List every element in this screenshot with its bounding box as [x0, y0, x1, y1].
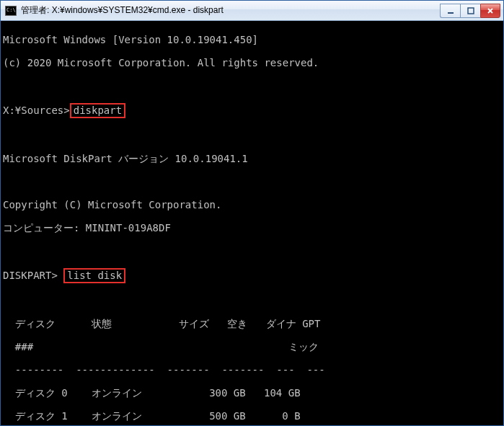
output-line: (c) 2020 Microsoft Corporation. All righ… — [3, 57, 501, 68]
svg-rect-0 — [448, 12, 454, 14]
prompt: X:¥Sources> — [3, 105, 70, 116]
cmd-icon — [5, 6, 17, 16]
titlebar[interactable]: 管理者: X:¥windows¥SYSTEM32¥cmd.exe - diskp… — [1, 1, 503, 21]
table-row: ディスク 1 オンライン 500 GB 0 B — [3, 410, 501, 422]
table-header: ### ミック — [3, 341, 501, 352]
cmd-highlight-diskpart: diskpart — [70, 103, 125, 118]
window-title: 管理者: X:¥windows¥SYSTEM32¥cmd.exe - diskp… — [21, 4, 440, 17]
output-line: Copyright (C) Microsoft Corporation. — [3, 199, 501, 210]
cmd-window: 管理者: X:¥windows¥SYSTEM32¥cmd.exe - diskp… — [0, 0, 504, 426]
output-line: Microsoft DiskPart バージョン 10.0.19041.1 — [3, 153, 501, 164]
output-line: Microsoft Windows [Version 10.0.19041.45… — [3, 34, 501, 45]
window-buttons — [440, 4, 500, 18]
close-button[interactable] — [480, 4, 500, 18]
maximize-icon — [467, 7, 474, 14]
cmd-highlight-listdisk: list disk — [63, 268, 125, 283]
minimize-icon — [447, 7, 454, 14]
table-separator: -------- ------------- ------- ------- -… — [3, 364, 501, 376]
prompt: DISKPART> — [3, 270, 63, 281]
svg-rect-1 — [468, 8, 474, 14]
close-icon — [487, 7, 494, 14]
maximize-button[interactable] — [460, 4, 480, 18]
minimize-button[interactable] — [440, 4, 460, 18]
output-line: コンピューター: MININT-019A8DF — [3, 222, 501, 234]
table-header: ディスク 状態 サイズ 空き ダイナ GPT — [3, 318, 501, 329]
terminal-output[interactable]: Microsoft Windows [Version 10.0.19041.45… — [1, 21, 503, 425]
table-row: ディスク 0 オンライン 300 GB 104 GB — [3, 387, 501, 399]
